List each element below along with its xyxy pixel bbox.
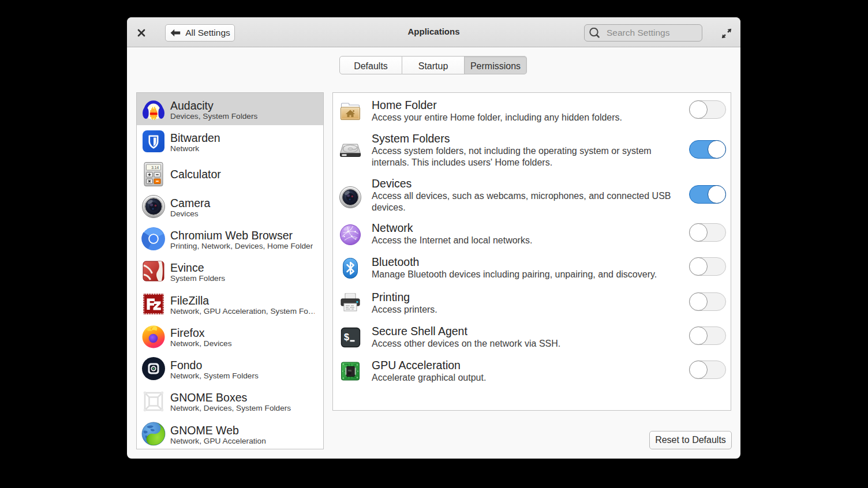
svg-text:P85: P85 <box>348 370 351 372</box>
svg-text:$: $ <box>344 332 349 342</box>
svg-text:3.14: 3.14 <box>151 165 159 169</box>
